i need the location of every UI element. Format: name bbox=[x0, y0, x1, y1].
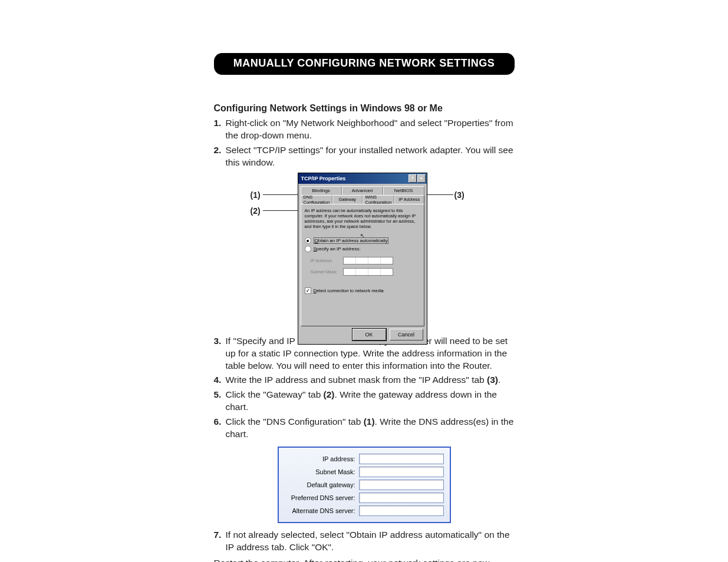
step-number: 6. bbox=[214, 416, 226, 441]
step-text: Click the "Gateway" tab (2). Write the g… bbox=[226, 389, 515, 414]
cancel-button[interactable]: Cancel bbox=[390, 329, 423, 340]
radio-obtain-auto[interactable]: Obtain an IP address automatically bbox=[305, 237, 420, 244]
ip-address-row: IP Address: bbox=[311, 257, 420, 265]
step-number: 3. bbox=[214, 335, 226, 372]
radio-icon bbox=[305, 246, 311, 252]
step-text: Write the IP address and subnet mask fro… bbox=[226, 374, 515, 386]
alternate-dns-field[interactable] bbox=[359, 505, 444, 516]
dialog-titlebar: TCP/IP Properties ? × bbox=[298, 173, 427, 184]
preferred-dns-field[interactable] bbox=[359, 492, 444, 503]
list-item: 5.Click the "Gateway" tab (2). Write the… bbox=[214, 389, 515, 414]
table-row: IP address: bbox=[285, 454, 444, 464]
checkbox-icon: ✓ bbox=[305, 287, 311, 294]
table-row: Default gateway: bbox=[285, 480, 444, 490]
list-item: 1.Right-click on "My Network Neighborhoo… bbox=[214, 117, 515, 142]
dialog-body: Bindings Advanced NetBIOS DNS Configurat… bbox=[298, 184, 427, 329]
default-gateway-field[interactable] bbox=[359, 480, 444, 490]
tab-strip: Bindings Advanced NetBIOS DNS Configurat… bbox=[301, 186, 424, 204]
row-label: Default gateway: bbox=[285, 481, 359, 488]
radio-label: Obtain an IP address automatically bbox=[314, 237, 389, 244]
tab-wins-configuration[interactable]: WINS Configuration bbox=[363, 195, 395, 204]
detect-connection-checkbox[interactable]: ✓ Detect connection to network media bbox=[305, 287, 420, 294]
table-row: Alternate DNS server: bbox=[285, 505, 444, 516]
cursor-icon: ↖ bbox=[360, 233, 365, 239]
radio-label: Specify an IP address: bbox=[314, 246, 361, 252]
subsection-title: Configuring Network Settings in Windows … bbox=[214, 103, 515, 114]
instruction-list-c: 7.If not already selected, select "Obtai… bbox=[214, 529, 515, 554]
tab-dns-configuration[interactable]: DNS Configuration bbox=[301, 195, 333, 204]
help-button[interactable]: ? bbox=[409, 174, 417, 183]
dialog-helptext: An IP address can be automatically assig… bbox=[305, 208, 420, 229]
ip-address-field[interactable] bbox=[359, 454, 444, 464]
ok-button[interactable]: OK bbox=[353, 329, 386, 340]
subnet-mask-input[interactable] bbox=[343, 268, 393, 276]
subnet-mask-row: Subnet Mask: bbox=[311, 268, 420, 276]
step-text: If not already selected, select "Obtain … bbox=[226, 529, 515, 554]
step-number: 4. bbox=[214, 374, 226, 386]
ip-address-label: IP Address: bbox=[311, 258, 343, 263]
step-number: 7. bbox=[214, 529, 226, 554]
tab-netbios[interactable]: NetBIOS bbox=[383, 186, 424, 195]
content-column: Configuring Network Settings in Windows … bbox=[214, 103, 515, 562]
list-item: 7.If not already selected, select "Obtai… bbox=[214, 529, 515, 554]
instruction-list-a: 1.Right-click on "My Network Neighborhoo… bbox=[214, 117, 515, 169]
row-label: Subnet Mask: bbox=[285, 468, 359, 475]
tab-gateway[interactable]: Gateway bbox=[332, 195, 362, 204]
step-text: Right-click on "My Network Neighborhood"… bbox=[226, 117, 515, 142]
dialog-button-row: OK Cancel bbox=[298, 329, 427, 344]
tab-advanced[interactable]: Advanced bbox=[342, 186, 383, 195]
leader-line bbox=[424, 194, 453, 195]
subnet-mask-field[interactable] bbox=[359, 467, 444, 477]
step-text: Select "TCP/IP settings" for your instal… bbox=[226, 144, 515, 169]
list-item: 2.Select "TCP/IP settings" for your inst… bbox=[214, 144, 515, 169]
row-label: IP address: bbox=[285, 455, 359, 462]
step-number: 5. bbox=[214, 389, 226, 414]
callout-3: (3) bbox=[454, 190, 465, 200]
dialog-title: TCP/IP Properties bbox=[299, 176, 408, 181]
radio-specify-ip[interactable]: Specify an IP address: bbox=[305, 246, 420, 252]
address-table: IP address: Subnet Mask: Default gateway… bbox=[278, 447, 451, 523]
table-row: Preferred DNS server: bbox=[285, 492, 444, 503]
row-label: Preferred DNS server: bbox=[285, 494, 359, 501]
checkbox-label: Detect connection to network media bbox=[314, 288, 384, 293]
table-row: Subnet Mask: bbox=[285, 467, 444, 477]
list-item: 6.Click the "DNS Configuration" tab (1).… bbox=[214, 416, 515, 441]
closing-paragraph: Restart the computer. After restarting, … bbox=[214, 557, 515, 562]
document-page: MANUALLY CONFIGURING NETWORK SETTINGS Co… bbox=[0, 0, 728, 562]
radio-icon bbox=[305, 237, 311, 244]
tcpip-dialog: TCP/IP Properties ? × Bindings Advanced … bbox=[298, 173, 427, 345]
tab-bindings[interactable]: Bindings bbox=[301, 186, 342, 195]
list-item: 4.Write the IP address and subnet mask f… bbox=[214, 374, 515, 386]
subnet-mask-label: Subnet Mask: bbox=[311, 269, 343, 275]
callout-1: (1) bbox=[251, 190, 261, 200]
figure-wrapper: (1) (2) (3) TCP/IP Properties ? × Bindin… bbox=[214, 173, 515, 332]
tab-ip-address[interactable]: IP Address bbox=[394, 195, 424, 204]
callout-2: (2) bbox=[251, 206, 261, 216]
step-number: 2. bbox=[214, 144, 226, 169]
leader-line bbox=[263, 210, 303, 211]
ip-input-group: IP Address: Subnet Mask: bbox=[311, 257, 420, 276]
ip-address-input[interactable] bbox=[343, 257, 393, 265]
row-label: Alternate DNS server: bbox=[285, 507, 359, 514]
step-number: 1. bbox=[214, 117, 226, 142]
tab-panel: An IP address can be automatically assig… bbox=[301, 204, 424, 326]
instruction-list-b: 3.If "Specify and IP address" is selecte… bbox=[214, 335, 515, 441]
step-text: Click the "DNS Configuration" tab (1). W… bbox=[226, 416, 515, 441]
section-banner: MANUALLY CONFIGURING NETWORK SETTINGS bbox=[214, 53, 515, 75]
close-button[interactable]: × bbox=[417, 174, 426, 183]
